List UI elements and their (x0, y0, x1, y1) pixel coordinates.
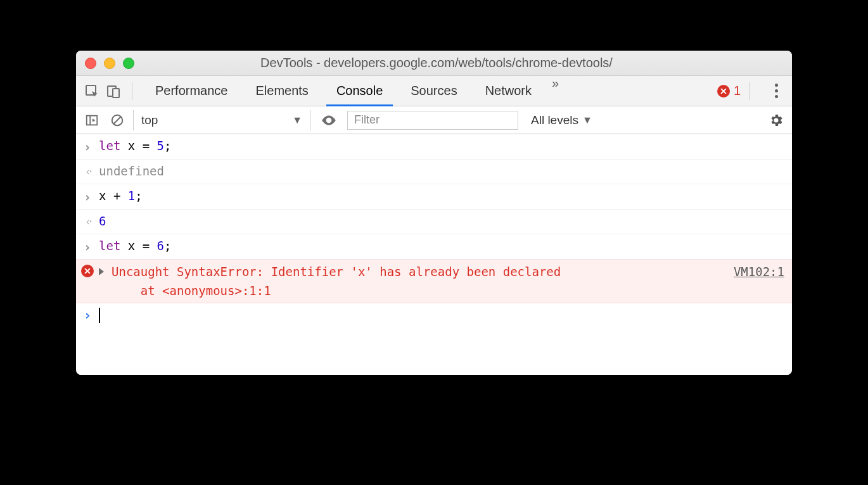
device-toolbar-icon[interactable] (104, 82, 123, 101)
svg-marker-5 (93, 118, 96, 122)
svg-rect-2 (113, 89, 119, 98)
console-result-row: ‹·6 (76, 210, 792, 234)
tab-elements[interactable]: Elements (242, 76, 322, 106)
output-chevron-icon: ‹· (81, 212, 94, 230)
inspect-element-icon[interactable] (82, 82, 101, 101)
console-text: undefined (99, 162, 784, 180)
error-message: Uncaught SyntaxError: Identifier 'x' has… (112, 263, 716, 300)
tab-console[interactable]: Console (322, 76, 397, 106)
tab-label: Console (336, 84, 383, 98)
traffic-lights (85, 58, 134, 69)
tab-sources[interactable]: Sources (397, 76, 471, 106)
error-count-badge[interactable]: 1 (717, 84, 741, 98)
tab-performance[interactable]: Performance (141, 76, 242, 106)
text-cursor (99, 308, 100, 323)
divider (132, 82, 132, 100)
window-title: DevTools - developers.google.com/web/too… (134, 56, 783, 70)
chevron-down-icon: ▼ (582, 115, 592, 126)
live-expression-icon[interactable] (317, 111, 341, 130)
levels-label: All levels (531, 113, 578, 127)
minimize-window-button[interactable] (104, 58, 115, 69)
chevron-down-icon: ▼ (292, 115, 302, 126)
menu-button[interactable] (767, 84, 786, 98)
tab-label: Network (485, 84, 532, 98)
console-prompt-row[interactable]: › (76, 303, 792, 327)
svg-line-7 (114, 117, 121, 123)
console-input-row: ›let x = 6; (76, 234, 792, 260)
console-input-row: ›let x = 5; (76, 134, 792, 160)
console-result-row: ‹·undefined (76, 160, 792, 184)
console-body: ›let x = 5;‹·undefined›x + 1;‹·6›let x =… (76, 134, 792, 375)
tab-label: Performance (155, 84, 228, 98)
console-text: x + 1; (99, 187, 784, 205)
close-window-button[interactable] (85, 58, 96, 69)
error-source-link[interactable]: VM102:1 (721, 263, 784, 281)
error-count-value: 1 (734, 84, 741, 98)
input-chevron-icon: › (81, 187, 94, 206)
console-text: let x = 6; (99, 237, 784, 255)
output-chevron-icon: ‹· (81, 162, 94, 180)
svg-rect-3 (87, 115, 98, 125)
tabs-overflow-button[interactable]: » (546, 76, 565, 106)
input-chevron-icon: › (81, 237, 94, 256)
error-icon (717, 85, 730, 98)
error-icon (81, 265, 94, 277)
console-toolbar: top ▼ All levels ▼ (76, 106, 792, 134)
prompt-chevron-icon: › (81, 307, 94, 323)
divider (750, 82, 750, 100)
titlebar: DevTools - developers.google.com/web/too… (76, 51, 792, 76)
log-levels-select[interactable]: All levels ▼ (525, 113, 599, 127)
input-chevron-icon: › (81, 137, 94, 156)
execution-context-select[interactable]: top ▼ (133, 110, 310, 130)
console-text: let x = 5; (99, 137, 784, 155)
devtools-window: DevTools - developers.google.com/web/too… (76, 51, 792, 375)
panel-tabs: Performance Elements Console Sources Net… (141, 76, 565, 106)
clear-console-icon[interactable] (108, 111, 127, 130)
tab-network[interactable]: Network (471, 76, 546, 106)
context-label: top (141, 113, 158, 127)
svg-point-8 (328, 118, 330, 121)
console-text: 6 (99, 212, 784, 230)
console-settings-icon[interactable] (767, 111, 786, 130)
tab-label: Sources (411, 84, 457, 98)
tab-label: Elements (256, 84, 309, 98)
expand-error-icon[interactable] (99, 268, 104, 275)
show-sidebar-icon[interactable] (82, 111, 101, 130)
main-tabstrip: Performance Elements Console Sources Net… (76, 76, 792, 106)
filter-input[interactable] (347, 111, 518, 130)
maximize-window-button[interactable] (123, 58, 134, 69)
console-error-row[interactable]: Uncaught SyntaxError: Identifier 'x' has… (76, 260, 792, 303)
console-input-row: ›x + 1; (76, 184, 792, 210)
